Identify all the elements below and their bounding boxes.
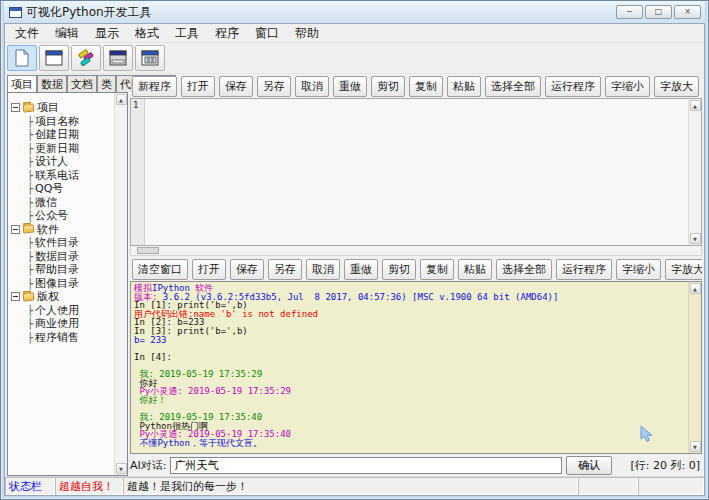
editor-toolbar-button[interactable]: 运行程序 xyxy=(545,76,601,97)
tree-item[interactable]: 软件 xyxy=(11,223,114,237)
tree-item[interactable]: 软件目录 xyxy=(11,236,114,250)
scroll-down-icon[interactable]: ▼ xyxy=(690,233,701,244)
tree-item[interactable]: 微信 xyxy=(11,196,114,210)
console-segment: 不懂Python，等于现代文盲。 xyxy=(134,438,262,448)
ai-dialog-bar: AI对话: 确认 [行: 20 列: 0] xyxy=(130,454,702,476)
sidebar-tab[interactable]: 数据 xyxy=(37,75,67,92)
titlebar[interactable]: 可视化Python开发工具 ─ □ × xyxy=(4,1,705,23)
editor-toolbar-button[interactable]: 字放大 xyxy=(654,76,699,97)
editor-toolbar-button[interactable]: 另存 xyxy=(257,76,291,97)
menu-item[interactable]: 格式 xyxy=(127,24,167,43)
console-toolbar-button[interactable]: 另存 xyxy=(268,259,302,280)
minimize-button[interactable]: ─ xyxy=(616,5,643,19)
console-scrollbar[interactable]: ▲ ▼ xyxy=(688,282,701,453)
menubar: 文件编辑显示格式工具程序窗口帮助 xyxy=(5,24,704,43)
menu-item[interactable]: 编辑 xyxy=(47,24,87,43)
console-toolbar-button[interactable]: 复制 xyxy=(420,259,454,280)
table-columns-icon[interactable] xyxy=(135,45,165,71)
console-toolbar-button[interactable]: 剪切 xyxy=(382,259,416,280)
tree-item[interactable]: 联系电话 xyxy=(11,169,114,183)
editor-code-area[interactable] xyxy=(145,99,688,245)
tree-item[interactable]: 项目名称 xyxy=(11,115,114,129)
editor-vscrollbar[interactable]: ▲ ▼ xyxy=(688,99,701,245)
tree-item[interactable]: 个人使用 xyxy=(11,304,114,318)
tree-item[interactable]: 程序销售 xyxy=(11,331,114,345)
editor-toolbar-button[interactable]: 剪切 xyxy=(371,76,405,97)
tree-item[interactable]: 数据目录 xyxy=(11,250,114,264)
console-toolbar-button[interactable]: 重做 xyxy=(344,259,378,280)
tree-item[interactable]: 图像目录 xyxy=(11,277,114,291)
status-cell xyxy=(638,477,704,495)
console-toolbar-button[interactable]: 粘贴 xyxy=(458,259,492,280)
tree-item[interactable]: QQ号 xyxy=(11,182,114,196)
tree-item[interactable]: 更新日期 xyxy=(11,142,114,156)
scroll-thumb[interactable] xyxy=(137,247,159,254)
editor-hscrollbar[interactable] xyxy=(130,246,702,256)
tree-item[interactable]: 商业使用 xyxy=(11,317,114,331)
maximize-button[interactable]: □ xyxy=(645,5,672,19)
tree-item[interactable]: 公众号 xyxy=(11,209,114,223)
menu-item[interactable]: 工具 xyxy=(167,24,207,43)
menu-item[interactable]: 显示 xyxy=(87,24,127,43)
new-file-icon[interactable] xyxy=(7,45,37,71)
scroll-down-icon[interactable]: ▼ xyxy=(116,463,127,474)
tree-expander-icon[interactable] xyxy=(11,103,20,112)
editor-toolbar-button[interactable]: 复制 xyxy=(409,76,443,97)
sidebar-tab[interactable]: 文档 xyxy=(67,75,97,92)
main-toolbar xyxy=(5,43,704,74)
console-toolbar-button[interactable]: 清空窗口 xyxy=(132,259,188,280)
confirm-button[interactable]: 确认 xyxy=(566,456,612,475)
console-window-icon[interactable] xyxy=(103,45,133,71)
editor-toolbar-button[interactable]: 字缩小 xyxy=(605,76,650,97)
editor-toolbar: 新程序打开保存另存取消重做剪切复制粘贴选择全部运行程序字缩小字放大背景色字体色 xyxy=(130,75,702,97)
editor-toolbar-button[interactable]: 选择全部 xyxy=(485,76,541,97)
menu-item[interactable]: 程序 xyxy=(207,24,247,43)
client-area: 文件编辑显示格式工具程序窗口帮助 xyxy=(4,23,705,496)
line-number: 1 xyxy=(133,100,139,110)
cursor-position-label: [行: 20 列: 0] xyxy=(616,458,702,473)
format-colors-icon[interactable] xyxy=(71,45,101,71)
editor-toolbar-button[interactable]: 保存 xyxy=(219,76,253,97)
folder-icon xyxy=(23,292,35,301)
tree-item[interactable]: 创建日期 xyxy=(11,128,114,142)
console-line: 你好！ xyxy=(134,396,685,405)
editor-console-panel: 新程序打开保存另存取消重做剪切复制粘贴选择全部运行程序字缩小字放大背景色字体色 … xyxy=(130,75,702,476)
project-tree-panel: 项目 项目名称 创建日期 xyxy=(7,92,128,476)
editor-toolbar-button[interactable]: 重做 xyxy=(333,76,367,97)
console-toolbar-button[interactable]: 字缩小 xyxy=(616,259,661,280)
menu-item[interactable]: 文件 xyxy=(7,24,47,43)
console-toolbar-button[interactable]: 打开 xyxy=(192,259,226,280)
status-cell: 状态栏 xyxy=(5,477,55,495)
editor-toolbar-button[interactable]: 粘贴 xyxy=(447,76,481,97)
menu-item[interactable]: 帮助 xyxy=(287,24,327,43)
scroll-down-icon[interactable]: ▼ xyxy=(690,441,701,452)
tree-item[interactable]: 设计人 xyxy=(11,155,114,169)
console-toolbar-button[interactable]: 选择全部 xyxy=(496,259,552,280)
console-toolbar-button[interactable]: 保存 xyxy=(230,259,264,280)
console-toolbar-button[interactable]: 字放大 xyxy=(665,259,702,280)
console-toolbar-button[interactable]: 取消 xyxy=(306,259,340,280)
editor-toolbar-button[interactable]: 打开 xyxy=(181,76,215,97)
scroll-up-icon[interactable]: ▲ xyxy=(690,283,701,294)
scroll-up-icon[interactable]: ▲ xyxy=(690,100,701,111)
console-output[interactable]: 模拟IPython 软件版本: 3.6.2 (v3.6.2:5fd33b5, J… xyxy=(131,282,688,453)
editor-toolbar-button[interactable]: 取消 xyxy=(295,76,329,97)
editor-toolbar-button[interactable]: 新程序 xyxy=(132,76,177,97)
close-button[interactable]: × xyxy=(674,5,701,19)
tree-item[interactable]: 帮助目录 xyxy=(11,263,114,277)
sidebar-tab[interactable]: 类 xyxy=(97,75,116,92)
tree-expander-icon[interactable] xyxy=(11,225,20,234)
console-line xyxy=(134,344,685,353)
sidebar-tab[interactable]: 项目 xyxy=(7,75,37,92)
window-icon[interactable] xyxy=(39,45,69,71)
ai-dialog-input[interactable] xyxy=(170,457,562,474)
tree-expander-icon[interactable] xyxy=(11,292,20,301)
scroll-up-icon[interactable]: ▲ xyxy=(116,94,127,105)
statusbar: 状态栏超越自我！超越！是我们的每一步！ xyxy=(5,476,704,495)
console-toolbar-button[interactable]: 运行程序 xyxy=(556,259,612,280)
menu-item[interactable]: 窗口 xyxy=(247,24,287,43)
tree-item[interactable]: 版权 xyxy=(11,290,114,304)
tree-item-label: 程序销售 xyxy=(35,330,79,345)
tree-scrollbar[interactable]: ▲ ▼ xyxy=(114,93,127,475)
tree-item[interactable]: 项目 xyxy=(11,101,114,115)
